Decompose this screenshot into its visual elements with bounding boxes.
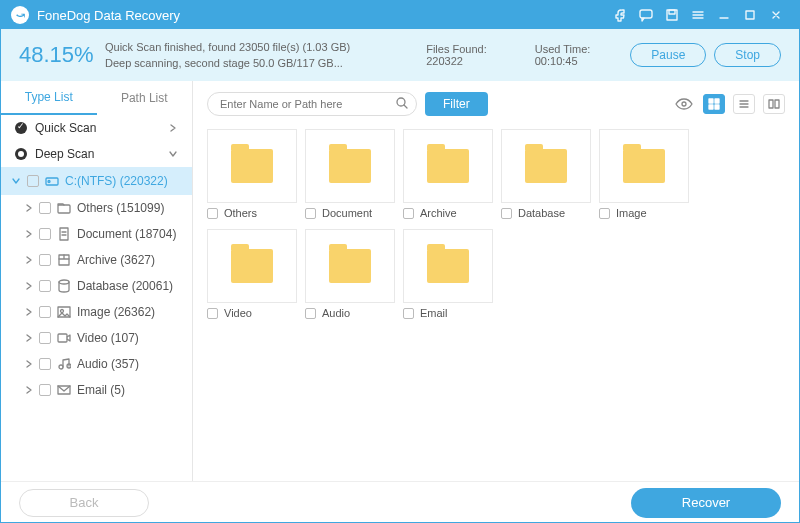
chevron-right-icon bbox=[168, 123, 178, 133]
folder-card[interactable]: Email bbox=[403, 229, 493, 319]
card-label: Video bbox=[224, 307, 252, 319]
view-list-button[interactable] bbox=[733, 94, 755, 114]
recover-button[interactable]: Recover bbox=[631, 488, 781, 518]
card-checkbox[interactable] bbox=[207, 308, 218, 319]
tree-item[interactable]: Document (18704) bbox=[1, 221, 192, 247]
folder-icon bbox=[427, 149, 469, 183]
svg-rect-0 bbox=[640, 10, 652, 18]
status-line-1: Quick Scan finished, found 23050 file(s)… bbox=[105, 39, 350, 56]
card-label: Email bbox=[420, 307, 448, 319]
quick-scan-header[interactable]: Quick Scan bbox=[1, 115, 192, 141]
facebook-icon[interactable] bbox=[607, 1, 633, 29]
folder-thumb bbox=[305, 229, 395, 303]
quick-scan-label: Quick Scan bbox=[35, 121, 96, 135]
drive-label: C:(NTFS) (220322) bbox=[65, 174, 168, 188]
svg-point-17 bbox=[682, 102, 686, 106]
image-icon bbox=[57, 305, 71, 319]
tree-checkbox[interactable] bbox=[39, 332, 51, 344]
search-icon[interactable] bbox=[395, 96, 409, 110]
tree-item[interactable]: Video (107) bbox=[1, 325, 192, 351]
folder-card[interactable]: Database bbox=[501, 129, 591, 219]
tree-item[interactable]: Email (5) bbox=[1, 377, 192, 403]
svg-rect-23 bbox=[775, 100, 779, 108]
tree-item[interactable]: Archive (3627) bbox=[1, 247, 192, 273]
svg-rect-18 bbox=[709, 99, 713, 103]
drive-checkbox[interactable] bbox=[27, 175, 39, 187]
svg-rect-3 bbox=[746, 11, 754, 19]
card-checkbox[interactable] bbox=[305, 208, 316, 219]
pause-button[interactable]: Pause bbox=[630, 43, 706, 67]
tree-checkbox[interactable] bbox=[39, 384, 51, 396]
view-detail-button[interactable] bbox=[763, 94, 785, 114]
check-circle-icon bbox=[15, 122, 27, 134]
folder-card[interactable]: Video bbox=[207, 229, 297, 319]
chevron-right-icon bbox=[25, 256, 33, 264]
tree-item[interactable]: Image (26362) bbox=[1, 299, 192, 325]
tree-item[interactable]: Database (20061) bbox=[1, 273, 192, 299]
view-grid-button[interactable] bbox=[703, 94, 725, 114]
folder-grid: Others Document Archive Database Image V… bbox=[207, 129, 785, 319]
svg-rect-22 bbox=[769, 100, 773, 108]
tree-label: Image (26362) bbox=[77, 305, 155, 319]
back-button[interactable]: Back bbox=[19, 489, 149, 517]
maximize-button[interactable] bbox=[737, 1, 763, 29]
tree-label: Audio (357) bbox=[77, 357, 139, 371]
menu-icon[interactable] bbox=[685, 1, 711, 29]
folder-thumb bbox=[207, 129, 297, 203]
close-button[interactable] bbox=[763, 1, 789, 29]
chevron-right-icon bbox=[25, 386, 33, 394]
deep-scan-header[interactable]: Deep Scan bbox=[1, 141, 192, 167]
feedback-icon[interactable] bbox=[633, 1, 659, 29]
card-checkbox[interactable] bbox=[207, 208, 218, 219]
card-checkbox[interactable] bbox=[501, 208, 512, 219]
tree-checkbox[interactable] bbox=[39, 202, 51, 214]
tree-label: Database (20061) bbox=[77, 279, 173, 293]
folder-card[interactable]: Archive bbox=[403, 129, 493, 219]
tree-checkbox[interactable] bbox=[39, 254, 51, 266]
folder-icon bbox=[57, 201, 71, 215]
tree-checkbox[interactable] bbox=[39, 280, 51, 292]
svg-rect-20 bbox=[709, 105, 713, 109]
tree-checkbox[interactable] bbox=[39, 228, 51, 240]
card-checkbox[interactable] bbox=[403, 308, 414, 319]
tree-label: Archive (3627) bbox=[77, 253, 155, 267]
folder-card[interactable]: Document bbox=[305, 129, 395, 219]
folder-card[interactable]: Image bbox=[599, 129, 689, 219]
svg-rect-6 bbox=[58, 205, 70, 213]
title-bar: ⤻ FoneDog Data Recovery bbox=[1, 1, 799, 29]
tab-type-list[interactable]: Type List bbox=[1, 81, 97, 115]
app-title: FoneDog Data Recovery bbox=[37, 8, 180, 23]
tree-item[interactable]: Audio (357) bbox=[1, 351, 192, 377]
scan-percent: 48.15% bbox=[19, 42, 89, 68]
audio-icon bbox=[57, 357, 71, 371]
tree-label: Others (151099) bbox=[77, 201, 164, 215]
card-label: Document bbox=[322, 207, 372, 219]
email-icon bbox=[57, 383, 71, 397]
preview-toggle[interactable] bbox=[673, 94, 695, 114]
document-icon bbox=[57, 227, 71, 241]
drive-row[interactable]: C:(NTFS) (220322) bbox=[1, 167, 192, 195]
files-found-value: 220322 bbox=[426, 55, 463, 67]
stop-button[interactable]: Stop bbox=[714, 43, 781, 67]
svg-rect-19 bbox=[715, 99, 719, 103]
card-checkbox[interactable] bbox=[599, 208, 610, 219]
card-checkbox[interactable] bbox=[305, 308, 316, 319]
svg-rect-21 bbox=[715, 105, 719, 109]
search-input[interactable] bbox=[207, 92, 417, 116]
tree-label: Document (18704) bbox=[77, 227, 176, 241]
tree-item[interactable]: Others (151099) bbox=[1, 195, 192, 221]
card-checkbox[interactable] bbox=[403, 208, 414, 219]
svg-point-9 bbox=[59, 280, 69, 284]
folder-thumb bbox=[403, 229, 493, 303]
folder-card[interactable]: Audio bbox=[305, 229, 395, 319]
tree-checkbox[interactable] bbox=[39, 358, 51, 370]
folder-card[interactable]: Others bbox=[207, 129, 297, 219]
chevron-down-icon bbox=[168, 149, 178, 159]
tab-path-list[interactable]: Path List bbox=[97, 81, 193, 115]
folder-thumb bbox=[501, 129, 591, 203]
minimize-button[interactable] bbox=[711, 1, 737, 29]
save-icon[interactable] bbox=[659, 1, 685, 29]
filter-button[interactable]: Filter bbox=[425, 92, 488, 116]
tree-checkbox[interactable] bbox=[39, 306, 51, 318]
svg-point-11 bbox=[61, 310, 64, 313]
